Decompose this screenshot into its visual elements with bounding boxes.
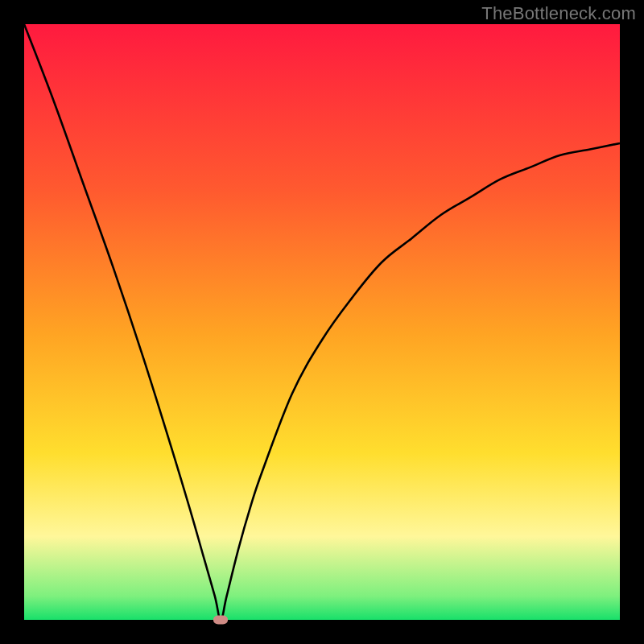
chart-frame: TheBottleneck.com (0, 0, 644, 644)
watermark-text: TheBottleneck.com (481, 3, 636, 24)
bottleneck-curve-svg (24, 24, 620, 620)
bottleneck-curve (24, 24, 620, 620)
optimum-marker (213, 616, 228, 625)
plot-area (24, 24, 620, 620)
